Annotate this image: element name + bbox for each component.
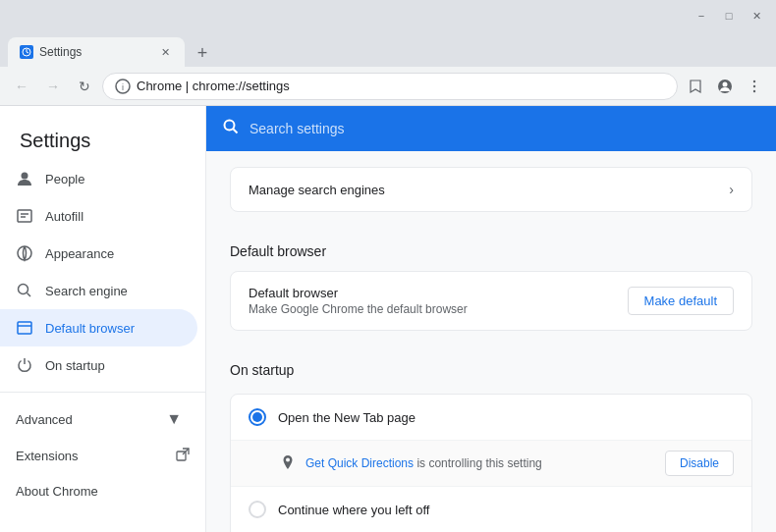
- tab-favicon-icon: [20, 45, 33, 59]
- power-icon: [16, 356, 33, 374]
- radio-new-tab[interactable]: [249, 408, 266, 426]
- search-bar: [206, 106, 776, 151]
- sidebar-item-on-startup[interactable]: On startup: [0, 346, 197, 384]
- sidebar-search-label: Search engine: [45, 284, 128, 298]
- location-icon: [280, 454, 296, 473]
- startup-continue-label: Continue where you left off: [278, 503, 429, 517]
- sidebar-divider: [0, 392, 205, 393]
- sub-option-text: Get Quick Directions is controlling this…: [305, 456, 542, 470]
- sidebar-appearance-label: Appearance: [45, 246, 114, 261]
- sidebar-people-label: People: [45, 172, 84, 186]
- sidebar-item-autofill[interactable]: Autofill: [0, 197, 197, 235]
- startup-new-tab-label: Open the New Tab page: [278, 410, 416, 425]
- default-browser-row: Default browser Make Google Chrome the d…: [231, 272, 751, 330]
- startup-option-new-tab[interactable]: Open the New Tab page: [231, 395, 751, 441]
- manage-search-engines-row[interactable]: Manage search engines ›: [231, 168, 751, 211]
- menu-button[interactable]: [741, 73, 768, 100]
- address-bar[interactable]: i Chrome | chrome://settings: [102, 73, 678, 100]
- autofill-icon: [16, 207, 33, 225]
- browser-icon: [16, 319, 33, 337]
- svg-rect-9: [18, 210, 31, 222]
- search-bar-icon: [222, 118, 240, 139]
- svg-point-19: [225, 121, 235, 131]
- default-browser-title: Default browser: [249, 286, 468, 300]
- disable-button[interactable]: Disable: [665, 451, 734, 476]
- radio-continue[interactable]: [249, 501, 266, 518]
- quick-directions-link[interactable]: Get Quick Directions: [305, 456, 414, 470]
- sidebar-item-about-chrome[interactable]: About Chrome: [0, 474, 197, 508]
- search-input[interactable]: [249, 121, 760, 136]
- sidebar-item-appearance[interactable]: Appearance: [0, 235, 197, 272]
- startup-option-continue[interactable]: Continue where you left off: [231, 487, 751, 532]
- chevron-down-icon: ▼: [166, 410, 182, 428]
- forward-button[interactable]: →: [39, 73, 67, 100]
- svg-line-14: [28, 293, 31, 297]
- default-browser-section-title: Default browser: [230, 243, 752, 259]
- manage-search-engines-label: Manage search engines: [249, 183, 385, 197]
- sidebar-autofill-label: Autofill: [45, 209, 83, 224]
- active-tab[interactable]: Settings ✕: [8, 37, 185, 67]
- search-icon: [16, 282, 33, 299]
- sidebar-advanced-label: Advanced: [16, 412, 73, 427]
- chevron-right-icon: ›: [729, 182, 734, 197]
- bookmark-button[interactable]: [682, 73, 709, 100]
- svg-point-6: [753, 84, 755, 86]
- main-content: Manage search engines › Default browser …: [206, 106, 776, 532]
- svg-line-20: [234, 130, 238, 133]
- svg-point-5: [753, 80, 755, 81]
- url-text: Chrome | chrome://settings: [137, 79, 665, 93]
- startup-options-card: Open the New Tab page Get Quick Directio…: [230, 394, 752, 532]
- svg-rect-15: [18, 322, 31, 334]
- svg-point-7: [753, 89, 755, 91]
- settings-title: Settings: [0, 114, 205, 160]
- sidebar-item-default-browser[interactable]: Default browser: [0, 309, 197, 346]
- sidebar-default-browser-label: Default browser: [45, 321, 135, 336]
- sidebar: Settings People Autofill Appearance Sear…: [0, 106, 206, 532]
- startup-sub-option: Get Quick Directions is controlling this…: [231, 441, 751, 487]
- tab-title: Settings: [39, 45, 82, 59]
- maximize-button[interactable]: □: [717, 4, 741, 27]
- close-button[interactable]: ✕: [745, 4, 768, 27]
- sidebar-extensions-label: Extensions: [16, 449, 79, 463]
- new-tab-button[interactable]: +: [189, 39, 216, 67]
- svg-point-13: [19, 285, 28, 294]
- make-default-button[interactable]: Make default: [628, 287, 734, 315]
- sidebar-item-extensions[interactable]: Extensions: [0, 438, 205, 474]
- default-browser-sub: Make Google Chrome the default browser: [249, 302, 468, 316]
- svg-point-4: [723, 81, 728, 86]
- radio-inner: [252, 412, 262, 422]
- profile-button[interactable]: [711, 73, 739, 100]
- svg-text:i: i: [122, 82, 124, 92]
- sidebar-advanced-section[interactable]: Advanced ▼: [0, 400, 197, 438]
- back-button[interactable]: ←: [8, 73, 35, 100]
- tab-close-button[interactable]: ✕: [157, 44, 173, 60]
- on-startup-section-title: On startup: [230, 362, 752, 378]
- sidebar-about-chrome-label: About Chrome: [16, 484, 98, 499]
- svg-point-8: [22, 173, 28, 180]
- sidebar-on-startup-label: On startup: [45, 358, 105, 373]
- secure-icon: i: [115, 79, 131, 94]
- reload-button[interactable]: ↻: [71, 73, 98, 100]
- sidebar-item-people[interactable]: People: [0, 160, 197, 197]
- external-link-icon: [176, 448, 190, 464]
- sidebar-item-search-engine[interactable]: Search engine: [0, 272, 197, 309]
- minimize-button[interactable]: −: [690, 4, 713, 27]
- person-icon: [16, 170, 33, 187]
- appearance-icon: [16, 244, 33, 262]
